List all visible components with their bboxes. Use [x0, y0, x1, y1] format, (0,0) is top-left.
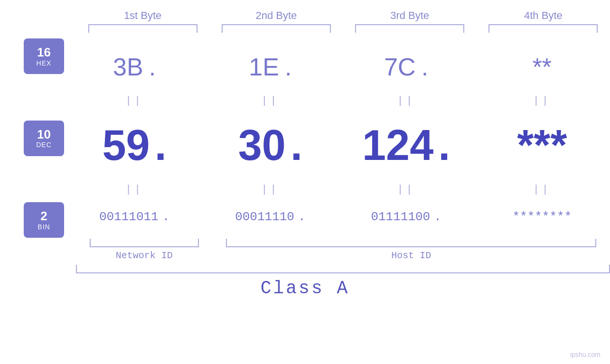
hex-badge-num: 16 [37, 46, 51, 59]
dec-cell-3: 124 . [349, 121, 463, 170]
byte1-label: 1st Byte [84, 9, 202, 22]
dec-dot-3: . [438, 121, 450, 170]
hex-dot-2: . [285, 53, 291, 81]
badges-column: 16 HEX 10 DEC 2 BIN [0, 38, 66, 238]
hex-val-2: 1E [249, 53, 279, 81]
dec-dot-1: . [155, 121, 167, 170]
bracket-4 [488, 24, 598, 33]
bin-dot-3: . [434, 210, 441, 224]
class-label-row: Class A [0, 278, 610, 299]
bin-cell-2: 00011110 . [213, 210, 327, 224]
byte3-label: 3rd Byte [350, 9, 469, 22]
bin-val-1: 00111011 [99, 210, 159, 224]
watermark: ipshu.com [570, 351, 601, 358]
dec-dot-2: . [291, 121, 302, 170]
host-bracket [226, 239, 596, 247]
eq-3: || [349, 95, 463, 107]
hex-dot-3: . [422, 53, 428, 81]
data-grid: 3B . 1E . 7C . ** || || || [66, 38, 610, 238]
dec-cell-1: 59 . [77, 121, 191, 170]
dec-val-2: 30 [238, 121, 286, 170]
hex-cell-1: 3B . [77, 53, 191, 81]
header-row: 1st Byte 2nd Byte 3rd Byte 4th Byte [0, 0, 610, 22]
hex-cell-3: 7C . [349, 53, 463, 81]
hex-badge: 16 HEX [24, 38, 64, 74]
main-container: 1st Byte 2nd Byte 3rd Byte 4th Byte 16 H… [0, 0, 610, 364]
eq-2: || [213, 95, 327, 107]
bin-cell-3: 01111100 . [349, 210, 463, 224]
dec-badge: 10 DEC [24, 121, 64, 156]
dec-badge-label: DEC [36, 141, 52, 149]
top-bracket-row [0, 24, 610, 33]
dec-cell-2: 30 . [213, 121, 327, 170]
hex-badge-label: HEX [37, 59, 52, 67]
eq2-4: || [485, 184, 599, 196]
network-id-label: Network ID [90, 250, 199, 261]
dec-badge-num: 10 [37, 128, 51, 141]
bracket-3 [355, 24, 464, 33]
network-bracket [90, 239, 199, 247]
equals-row-2: || || || || [66, 184, 610, 196]
dec-val-4: *** [517, 121, 567, 170]
bottom-bracket-row [76, 239, 610, 247]
hex-val-4: ** [533, 53, 552, 81]
bin-dot-1: . [162, 210, 170, 224]
bin-cell-4: ******** [485, 210, 599, 224]
dec-row: 59 . 30 . 124 . *** [66, 121, 610, 170]
byte4-label: 4th Byte [484, 9, 602, 22]
full-bottom-bracket [76, 265, 610, 273]
hex-dot-1: . [149, 53, 156, 81]
bin-badge-label: BIN [38, 223, 50, 231]
eq-1: || [77, 95, 191, 107]
bin-val-4: ******** [512, 210, 572, 224]
bin-badge-num: 2 [40, 209, 47, 223]
hex-val-1: 3B [113, 53, 143, 81]
eq2-2: || [213, 184, 327, 196]
content-row: 16 HEX 10 DEC 2 BIN 3B . 1E [0, 38, 610, 238]
host-id-label: Host ID [226, 250, 596, 261]
bin-val-3: 01111100 [371, 210, 430, 224]
bottom-bracket-section: Network ID Host ID [0, 239, 610, 261]
hex-cell-4: ** [485, 53, 599, 81]
dec-val-1: 59 [103, 121, 150, 170]
eq2-1: || [77, 184, 191, 196]
dec-cell-4: *** [485, 121, 599, 170]
eq-4: || [485, 95, 599, 107]
hex-val-3: 7C [384, 53, 415, 81]
class-label: Class A [261, 278, 350, 299]
bracket-1 [88, 24, 197, 33]
bin-val-2: 00011110 [235, 210, 294, 224]
bin-row: 00111011 . 00011110 . 01111100 . *******… [66, 210, 610, 224]
dec-val-3: 124 [362, 121, 433, 170]
bin-dot-2: . [298, 210, 306, 224]
id-labels: Network ID Host ID [76, 250, 610, 261]
eq2-3: || [349, 184, 463, 196]
bin-badge: 2 BIN [24, 202, 64, 238]
bin-cell-1: 00111011 . [77, 210, 191, 224]
hex-row: 3B . 1E . 7C . ** [66, 53, 610, 81]
bracket-2 [222, 24, 331, 33]
equals-row-1: || || || || [66, 95, 610, 107]
byte2-label: 2nd Byte [217, 9, 336, 22]
hex-cell-2: 1E . [213, 53, 327, 81]
